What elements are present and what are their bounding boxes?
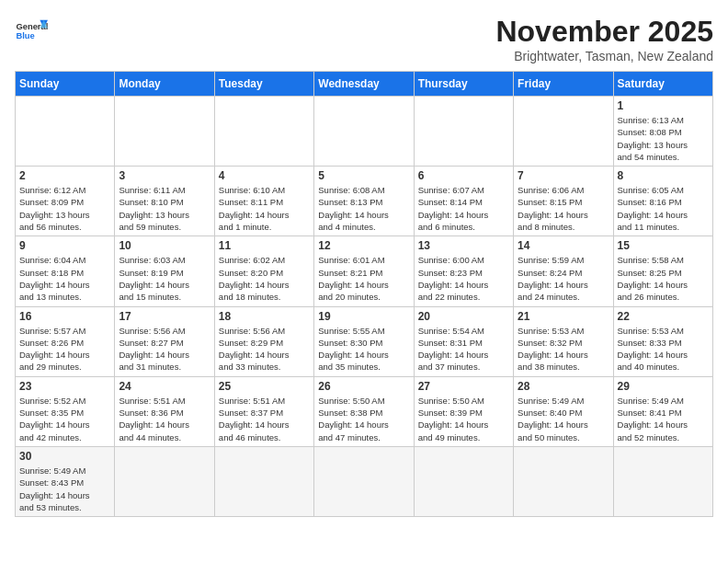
calendar-day-cell: 26Sunrise: 5:50 AM Sunset: 8:38 PM Dayli… [314,376,414,446]
day-header-friday: Friday [514,72,613,97]
day-number: 28 [518,380,609,393]
calendar-day-cell: 28Sunrise: 5:49 AM Sunset: 8:40 PM Dayli… [514,376,613,446]
calendar-day-cell [214,97,313,167]
day-header-thursday: Thursday [414,72,513,97]
title-area: November 2025 Brightwater, Tasman, New Z… [495,15,713,63]
day-info: Sunrise: 5:58 AM Sunset: 8:25 PM Dayligh… [618,254,709,303]
day-header-tuesday: Tuesday [214,72,313,97]
calendar-day-cell: 15Sunrise: 5:58 AM Sunset: 8:25 PM Dayli… [613,236,712,306]
day-number: 16 [19,310,110,323]
day-info: Sunrise: 6:13 AM Sunset: 8:08 PM Dayligh… [618,114,709,163]
day-info: Sunrise: 6:04 AM Sunset: 8:18 PM Dayligh… [19,254,110,303]
calendar-table: SundayMondayTuesdayWednesdayThursdayFrid… [15,71,713,517]
day-number: 22 [618,310,709,323]
day-info: Sunrise: 6:01 AM Sunset: 8:21 PM Dayligh… [318,254,409,303]
calendar-day-cell [613,446,712,516]
calendar-day-cell: 2Sunrise: 6:12 AM Sunset: 8:09 PM Daylig… [16,167,115,236]
day-number: 14 [518,239,609,252]
calendar-day-cell [115,446,214,516]
calendar-day-cell: 23Sunrise: 5:52 AM Sunset: 8:35 PM Dayli… [16,376,115,446]
calendar-day-cell: 6Sunrise: 6:07 AM Sunset: 8:14 PM Daylig… [414,167,513,236]
day-number: 27 [418,380,509,393]
calendar-day-cell: 12Sunrise: 6:01 AM Sunset: 8:21 PM Dayli… [314,236,414,306]
day-number: 20 [418,310,509,323]
day-info: Sunrise: 6:02 AM Sunset: 8:20 PM Dayligh… [219,254,310,303]
day-number: 9 [19,239,110,252]
day-info: Sunrise: 6:12 AM Sunset: 8:09 PM Dayligh… [19,184,110,233]
day-info: Sunrise: 5:56 AM Sunset: 8:27 PM Dayligh… [119,325,210,373]
day-number: 11 [219,239,310,252]
day-number: 10 [119,239,210,252]
calendar-day-cell: 3Sunrise: 6:11 AM Sunset: 8:10 PM Daylig… [115,167,214,236]
day-number: 21 [518,310,609,323]
calendar-week-row: 30Sunrise: 5:49 AM Sunset: 8:43 PM Dayli… [16,446,713,516]
calendar-day-cell [514,446,613,516]
day-number: 26 [318,380,409,393]
day-info: Sunrise: 6:03 AM Sunset: 8:19 PM Dayligh… [119,254,210,303]
day-info: Sunrise: 5:53 AM Sunset: 8:33 PM Dayligh… [618,325,709,373]
calendar-day-cell: 19Sunrise: 5:55 AM Sunset: 8:30 PM Dayli… [314,306,414,376]
calendar-day-cell [414,97,513,167]
calendar-day-cell: 10Sunrise: 6:03 AM Sunset: 8:19 PM Dayli… [115,236,214,306]
calendar-header-row: SundayMondayTuesdayWednesdayThursdayFrid… [16,72,713,97]
day-info: Sunrise: 5:57 AM Sunset: 8:26 PM Dayligh… [19,325,110,373]
logo-icon: General Blue [15,15,48,48]
day-info: Sunrise: 5:51 AM Sunset: 8:37 PM Dayligh… [219,395,310,443]
calendar-day-cell: 8Sunrise: 6:05 AM Sunset: 8:16 PM Daylig… [613,167,712,236]
day-info: Sunrise: 6:06 AM Sunset: 8:15 PM Dayligh… [518,184,609,233]
calendar-day-cell: 14Sunrise: 5:59 AM Sunset: 8:24 PM Dayli… [514,236,613,306]
calendar-day-cell: 25Sunrise: 5:51 AM Sunset: 8:37 PM Dayli… [214,376,313,446]
calendar-day-cell: 24Sunrise: 5:51 AM Sunset: 8:36 PM Dayli… [115,376,214,446]
calendar-day-cell: 11Sunrise: 6:02 AM Sunset: 8:20 PM Dayli… [214,236,313,306]
day-number: 5 [318,169,409,182]
calendar-day-cell [514,97,613,167]
day-info: Sunrise: 6:00 AM Sunset: 8:23 PM Dayligh… [418,254,509,303]
day-number: 8 [618,169,709,182]
day-info: Sunrise: 5:51 AM Sunset: 8:36 PM Dayligh… [119,395,210,443]
day-number: 1 [618,99,709,112]
day-number: 4 [219,169,310,182]
day-info: Sunrise: 5:52 AM Sunset: 8:35 PM Dayligh… [19,395,110,443]
calendar-day-cell [314,446,414,516]
day-info: Sunrise: 5:56 AM Sunset: 8:29 PM Dayligh… [219,325,310,373]
calendar-day-cell: 21Sunrise: 5:53 AM Sunset: 8:32 PM Dayli… [514,306,613,376]
day-number: 29 [618,380,709,393]
day-info: Sunrise: 5:50 AM Sunset: 8:39 PM Dayligh… [418,395,509,443]
day-info: Sunrise: 5:53 AM Sunset: 8:32 PM Dayligh… [518,325,609,373]
month-title: November 2025 [495,15,713,49]
day-number: 25 [219,380,310,393]
day-number: 13 [418,239,509,252]
day-number: 30 [19,450,110,463]
location-subtitle: Brightwater, Tasman, New Zealand [495,49,713,63]
svg-text:Blue: Blue [16,31,34,40]
calendar-day-cell: 9Sunrise: 6:04 AM Sunset: 8:18 PM Daylig… [16,236,115,306]
calendar-day-cell: 20Sunrise: 5:54 AM Sunset: 8:31 PM Dayli… [414,306,513,376]
calendar-day-cell [115,97,214,167]
calendar-day-cell [214,446,313,516]
day-info: Sunrise: 5:54 AM Sunset: 8:31 PM Dayligh… [418,325,509,373]
day-number: 3 [119,169,210,182]
calendar-day-cell: 18Sunrise: 5:56 AM Sunset: 8:29 PM Dayli… [214,306,313,376]
day-number: 24 [119,380,210,393]
day-number: 19 [318,310,409,323]
calendar-day-cell: 22Sunrise: 5:53 AM Sunset: 8:33 PM Dayli… [613,306,712,376]
calendar-day-cell: 1Sunrise: 6:13 AM Sunset: 8:08 PM Daylig… [613,97,712,167]
day-header-saturday: Saturday [613,72,712,97]
day-info: Sunrise: 5:49 AM Sunset: 8:43 PM Dayligh… [19,465,110,513]
logo: General Blue [15,15,48,48]
calendar-day-cell [414,446,513,516]
calendar-day-cell [314,97,414,167]
day-info: Sunrise: 5:49 AM Sunset: 8:40 PM Dayligh… [518,395,609,443]
calendar-week-row: 2Sunrise: 6:12 AM Sunset: 8:09 PM Daylig… [16,167,713,236]
calendar-day-cell: 13Sunrise: 6:00 AM Sunset: 8:23 PM Dayli… [414,236,513,306]
day-header-wednesday: Wednesday [314,72,414,97]
calendar-day-cell [16,97,115,167]
day-info: Sunrise: 6:05 AM Sunset: 8:16 PM Dayligh… [618,184,709,233]
day-number: 2 [19,169,110,182]
calendar-week-row: 23Sunrise: 5:52 AM Sunset: 8:35 PM Dayli… [16,376,713,446]
calendar-day-cell: 5Sunrise: 6:08 AM Sunset: 8:13 PM Daylig… [314,167,414,236]
calendar-week-row: 1Sunrise: 6:13 AM Sunset: 8:08 PM Daylig… [16,97,713,167]
day-info: Sunrise: 5:50 AM Sunset: 8:38 PM Dayligh… [318,395,409,443]
day-number: 18 [219,310,310,323]
calendar-week-row: 9Sunrise: 6:04 AM Sunset: 8:18 PM Daylig… [16,236,713,306]
